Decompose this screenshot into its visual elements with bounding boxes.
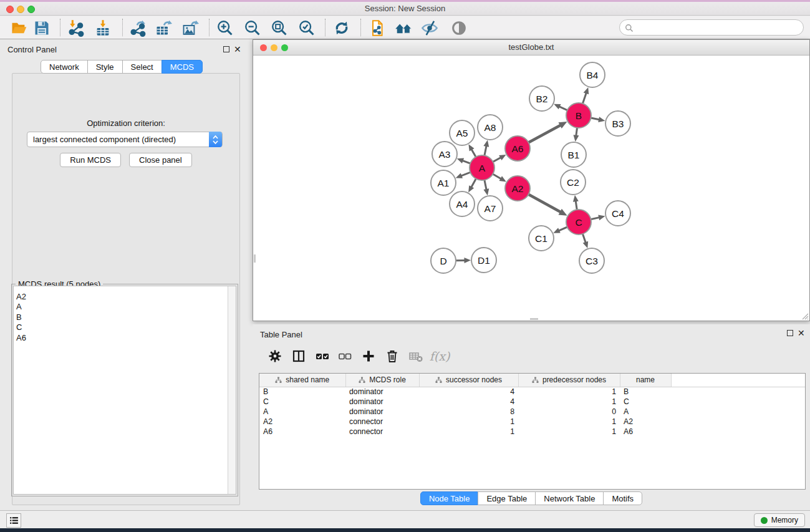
graph-node-A6[interactable]: A6 — [505, 136, 530, 161]
refresh-view-button[interactable] — [331, 18, 352, 37]
table-cell[interactable]: A6 — [620, 427, 671, 437]
column-header-shared-name[interactable]: shared name — [259, 374, 345, 387]
graph-node-A8[interactable]: A8 — [478, 115, 503, 140]
show-columns-button[interactable] — [289, 347, 309, 365]
unselect-all-columns-button[interactable] — [335, 347, 355, 365]
table-cell[interactable]: 1 — [419, 427, 518, 437]
table-cell[interactable]: 8 — [419, 407, 518, 417]
column-header-mcds-role[interactable]: MCDS role — [345, 374, 419, 387]
table-cell[interactable]: A2 — [259, 417, 345, 427]
graph-node-B[interactable]: B — [566, 103, 591, 128]
float-panel-icon[interactable] — [223, 46, 229, 52]
zoom-out-button[interactable] — [242, 18, 263, 37]
graph-node-C[interactable]: C — [566, 210, 591, 235]
cybrowser-home-button[interactable] — [393, 18, 414, 37]
tab-node-table[interactable]: Node Table — [420, 491, 479, 505]
graph-node-A5[interactable]: A5 — [450, 120, 475, 145]
graph-node-D[interactable]: D — [431, 248, 456, 273]
network-canvas[interactable]: AA1A2A3A4A5A6A7A8BB1B2B3B4CC1C2C3C4DD1 — [253, 56, 809, 321]
table-cell[interactable]: 4 — [419, 397, 518, 407]
graph-node-A4[interactable]: A4 — [450, 191, 475, 216]
table-cell[interactable]: A6 — [259, 427, 345, 437]
search-input[interactable] — [636, 21, 798, 34]
search-field[interactable] — [619, 19, 804, 36]
run-mcds-button[interactable]: Run MCDS — [60, 153, 121, 167]
graph-node-C2[interactable]: C2 — [561, 170, 586, 195]
tab-style[interactable]: Style — [87, 60, 123, 74]
table-cell[interactable]: 1 — [518, 427, 620, 437]
table-cell[interactable]: B — [259, 387, 345, 397]
tab-select[interactable]: Select — [122, 60, 162, 74]
table-cell[interactable]: A — [259, 407, 345, 417]
graph-node-A[interactable]: A — [470, 155, 494, 180]
select-all-columns-button[interactable] — [312, 347, 332, 365]
close-table-panel-icon[interactable]: ✕ — [798, 329, 805, 337]
criterion-select[interactable]: largest connected component (directed) — [27, 132, 223, 147]
save-session-button[interactable] — [31, 18, 52, 37]
memory-button[interactable]: Memory — [754, 513, 805, 527]
task-history-button[interactable] — [6, 513, 21, 528]
table-cell[interactable]: C — [259, 397, 345, 407]
table-row[interactable]: Cdominator41C — [259, 397, 805, 407]
table-cell[interactable]: dominator — [345, 387, 419, 397]
table-cell[interactable]: 1 — [518, 417, 620, 427]
zoom-in-button[interactable] — [215, 18, 236, 37]
graph-node-B4[interactable]: B4 — [580, 62, 605, 87]
float-table-panel-icon[interactable] — [787, 330, 793, 336]
tab-network[interactable]: Network — [41, 60, 88, 74]
zoom-selected-button[interactable] — [296, 18, 317, 37]
import-table-button[interactable] — [92, 18, 113, 37]
table-cell[interactable]: connector — [345, 427, 419, 437]
graph-node-B1[interactable]: B1 — [561, 142, 586, 167]
table-cell[interactable]: 4 — [419, 387, 518, 397]
graph-node-C3[interactable]: C3 — [579, 248, 604, 273]
result-item-b[interactable]: B — [14, 312, 236, 322]
resize-grip-icon[interactable] — [800, 311, 809, 320]
tab-edge-table[interactable]: Edge Table — [478, 491, 536, 505]
export-table-button[interactable] — [153, 18, 174, 37]
toggle-graphics-details-button[interactable] — [448, 18, 470, 37]
result-item-a6[interactable]: A6 — [14, 333, 236, 343]
export-network-button[interactable] — [127, 18, 148, 37]
export-image-button[interactable] — [180, 18, 201, 37]
delete-table-button[interactable] — [406, 347, 426, 365]
result-item-c[interactable]: C — [14, 322, 236, 332]
delete-column-button[interactable] — [382, 347, 402, 365]
table-cell[interactable]: A — [620, 407, 671, 417]
graph-node-A1[interactable]: A1 — [431, 170, 456, 195]
hide-panels-button[interactable] — [419, 18, 440, 37]
mcds-result-list[interactable]: A2ABCA6 — [13, 286, 236, 495]
result-item-a[interactable]: A — [14, 302, 236, 312]
tab-network-table[interactable]: Network Table — [535, 491, 604, 505]
table-row[interactable]: A6connector11A6 — [259, 427, 805, 437]
column-header-name[interactable]: name — [620, 374, 671, 387]
open-session-button[interactable] — [8, 18, 29, 37]
close-panel-button[interactable]: Close panel — [129, 153, 192, 167]
graph-node-C4[interactable]: C4 — [605, 201, 630, 226]
table-cell[interactable]: C — [620, 397, 671, 407]
table-cell[interactable]: 1 — [419, 417, 518, 427]
split-handle-bottom[interactable] — [530, 318, 538, 320]
table-row[interactable]: Adominator80A — [259, 407, 805, 417]
graph-node-B3[interactable]: B3 — [605, 111, 630, 136]
table-row[interactable]: Bdominator41B — [259, 387, 805, 397]
graph-node-C1[interactable]: C1 — [529, 226, 554, 251]
table-cell[interactable]: A2 — [620, 417, 671, 427]
table-settings-button[interactable] — [265, 347, 285, 365]
graph-node-B2[interactable]: B2 — [529, 86, 554, 111]
node-table[interactable]: shared nameMCDS rolesuccessor nodesprede… — [259, 373, 806, 490]
result-item-a2[interactable]: A2 — [14, 292, 236, 302]
open-in-cyndex-button[interactable] — [367, 18, 388, 37]
add-column-button[interactable] — [359, 347, 378, 365]
graph-node-A7[interactable]: A7 — [478, 196, 503, 221]
import-network-button[interactable] — [65, 18, 86, 37]
table-row[interactable]: A2connector11A2 — [259, 417, 805, 427]
table-cell[interactable]: connector — [345, 417, 419, 427]
function-builder-button[interactable]: f(x) — [430, 347, 450, 365]
table-cell[interactable]: dominator — [345, 407, 419, 417]
column-header-successor-nodes[interactable]: successor nodes — [419, 374, 518, 387]
split-handle-left[interactable] — [254, 254, 256, 263]
table-cell[interactable]: B — [620, 387, 671, 397]
graph-node-A3[interactable]: A3 — [432, 142, 457, 167]
table-cell[interactable]: dominator — [345, 397, 419, 407]
